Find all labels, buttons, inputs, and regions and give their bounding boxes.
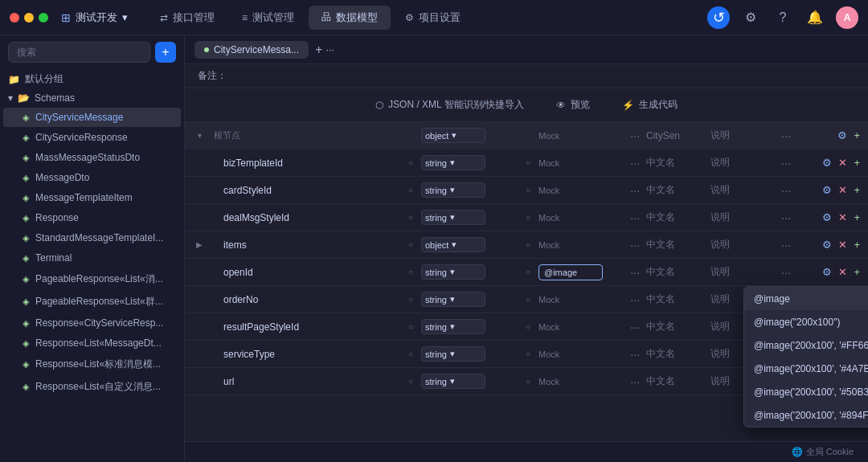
mock-more-1[interactable]: ··· — [624, 184, 646, 197]
sidebar-item-5[interactable]: ◈ Response — [3, 208, 181, 227]
required-check-0[interactable]: ○ — [400, 158, 421, 167]
sidebar-item-10[interactable]: ◈ Response«CityServiceResp... — [3, 313, 181, 333]
bell-icon-btn[interactable]: 🔔 — [804, 6, 826, 29]
mock-more-0[interactable]: ··· — [624, 157, 646, 170]
row-settings-2[interactable]: ⚙ — [821, 210, 833, 225]
type-select-3[interactable]: object ▾ — [421, 237, 518, 252]
sidebar-schemas-section[interactable]: ▾ 📂 Schemas — [0, 89, 184, 107]
sidebar-item-12[interactable]: ◈ Response«List«标准消息模... — [3, 354, 181, 375]
sidebar-item-11[interactable]: ◈ Response«List«MessageDt... — [3, 333, 181, 353]
required-check-7[interactable]: ○ — [400, 350, 421, 358]
mock-more-6[interactable]: ··· — [624, 321, 646, 333]
preview-btn[interactable]: 👁 预览 — [550, 95, 596, 115]
col-check-0[interactable]: ○ — [518, 158, 538, 167]
search-input[interactable] — [8, 42, 150, 63]
desc-more-1[interactable]: ··· — [775, 184, 797, 197]
row-add-4[interactable]: + — [852, 264, 862, 280]
help-icon-btn[interactable]: ? — [772, 6, 794, 29]
header-mock-more[interactable]: ··· — [624, 129, 646, 142]
tab-project-settings[interactable]: ⚙ 项目设置 — [392, 6, 473, 30]
autocomplete-item-2[interactable]: @image('200x100', '#FF6600') 图片 — [744, 333, 868, 357]
type-select-7[interactable]: string ▾ — [421, 346, 518, 362]
sidebar-item-3[interactable]: ◈ MessageDto — [3, 168, 181, 187]
tab-api-management[interactable]: ⇄ 接口管理 — [147, 6, 227, 30]
sidebar-default-group[interactable]: 📁 默认分组 — [0, 69, 184, 89]
global-cookie-btn[interactable]: 🌐 全局 Cookie — [787, 444, 858, 460]
row-settings-1[interactable]: ⚙ — [821, 182, 833, 198]
row-expand-3[interactable]: ▶ — [191, 240, 207, 249]
desc-more-2[interactable]: ··· — [775, 211, 797, 224]
tab-test-management[interactable]: ≡ 测试管理 — [229, 6, 307, 30]
autocomplete-item-5[interactable]: @image('200x100', '#894FC4', '#FFF', '..… — [744, 403, 868, 427]
mock-more-2[interactable]: ··· — [624, 211, 646, 224]
refresh-btn[interactable]: ↺ — [707, 6, 730, 29]
active-schema-tab[interactable]: CityServiceMessa... — [194, 41, 309, 59]
type-select-6[interactable]: string ▾ — [421, 319, 518, 334]
autocomplete-item-4[interactable]: @image('200x100', '#50B347', '#FFF', '..… — [744, 380, 868, 403]
col-check-8[interactable]: ○ — [518, 377, 538, 386]
header-desc-more[interactable]: ··· — [775, 129, 797, 142]
row-settings-0[interactable]: ⚙ — [821, 155, 833, 170]
row-add-0[interactable]: + — [852, 155, 862, 170]
app-title[interactable]: ⊞ 测试开发 ▾ — [61, 10, 128, 25]
add-tab-button[interactable]: + — [315, 43, 322, 57]
mock-more-8[interactable]: ··· — [624, 375, 646, 388]
json-xml-btn[interactable]: ⬡ JSON / XML 智能识别/快捷导入 — [369, 95, 530, 115]
required-check-4[interactable]: ○ — [400, 268, 421, 276]
autocomplete-item-0[interactable]: @image 图片链接 — [744, 287, 868, 310]
autocomplete-item-3[interactable]: @image('200x100', '#4A7BF7', 'Hello') 图片 — [744, 357, 868, 380]
sidebar-item-6[interactable]: ◈ StandardMessageTemplateI... — [3, 228, 181, 247]
required-check-5[interactable]: ○ — [400, 295, 421, 304]
required-check-3[interactable]: ○ — [400, 240, 421, 249]
more-tabs-button[interactable]: ··· — [326, 43, 334, 55]
mock-more-3[interactable]: ··· — [624, 239, 646, 251]
col-check-4[interactable]: ○ — [518, 268, 538, 276]
tab-data-model[interactable]: 品 数据模型 — [309, 6, 391, 30]
row-add-3[interactable]: + — [852, 237, 862, 252]
row-settings-4[interactable]: ⚙ — [821, 264, 833, 280]
required-check-2[interactable]: ○ — [400, 213, 421, 222]
col-check-6[interactable]: ○ — [518, 322, 538, 331]
row-delete-2[interactable]: ✕ — [837, 210, 849, 225]
sidebar-item-8[interactable]: ◈ PageableResponse«List«消... — [3, 268, 181, 290]
sidebar-item-7[interactable]: ◈ Terminal — [3, 248, 181, 268]
desc-more-3[interactable]: ··· — [775, 239, 797, 251]
close-btn[interactable] — [10, 13, 19, 22]
mock-more-4[interactable]: ··· — [624, 266, 646, 279]
minimize-btn[interactable] — [24, 13, 34, 22]
row-add-2[interactable]: + — [852, 210, 862, 225]
mock-more-5[interactable]: ··· — [624, 293, 646, 306]
sidebar-item-13[interactable]: ◈ Response«List«自定义消息... — [3, 376, 181, 398]
type-select-8[interactable]: string ▾ — [421, 374, 518, 389]
col-check-3[interactable]: ○ — [518, 240, 538, 249]
desc-more-4[interactable]: ··· — [775, 266, 797, 279]
mock-cell-4[interactable] — [538, 264, 624, 280]
type-select-1[interactable]: string ▾ — [421, 182, 518, 198]
type-select-0[interactable]: string ▾ — [421, 155, 518, 170]
generate-code-btn[interactable]: ⚡ 生成代码 — [616, 95, 684, 115]
col-check-1[interactable]: ○ — [518, 186, 538, 194]
col-check-7[interactable]: ○ — [518, 350, 538, 358]
required-check-8[interactable]: ○ — [400, 377, 421, 386]
col-check-5[interactable]: ○ — [518, 295, 538, 304]
type-select-2[interactable]: string ▾ — [421, 210, 518, 225]
add-schema-button[interactable]: + — [155, 42, 176, 63]
avatar[interactable]: A — [836, 6, 858, 29]
sidebar-item-9[interactable]: ◈ PageableResponse«List«群... — [3, 291, 181, 313]
row-settings-3[interactable]: ⚙ — [821, 237, 833, 252]
sidebar-item-4[interactable]: ◈ MessageTemplateItem — [3, 188, 181, 207]
add-root-field-icon[interactable]: + — [852, 128, 862, 143]
sidebar-item-1[interactable]: ◈ CityServiceResponse — [3, 128, 181, 147]
remark-input[interactable] — [233, 71, 855, 82]
type-select-5[interactable]: string ▾ — [421, 292, 518, 307]
mock-input-4[interactable] — [538, 264, 603, 280]
row-delete-4[interactable]: ✕ — [837, 264, 849, 280]
maximize-btn[interactable] — [39, 13, 48, 22]
row-delete-0[interactable]: ✕ — [837, 155, 849, 170]
gear-icon-btn[interactable]: ⚙ — [739, 6, 762, 29]
mock-more-7[interactable]: ··· — [624, 348, 646, 361]
row-delete-1[interactable]: ✕ — [837, 182, 849, 198]
desc-more-0[interactable]: ··· — [775, 157, 797, 170]
sidebar-item-2[interactable]: ◈ MassMessageStatusDto — [3, 148, 181, 167]
sidebar-item-0[interactable]: ◈ CityServiceMessage — [3, 108, 181, 127]
